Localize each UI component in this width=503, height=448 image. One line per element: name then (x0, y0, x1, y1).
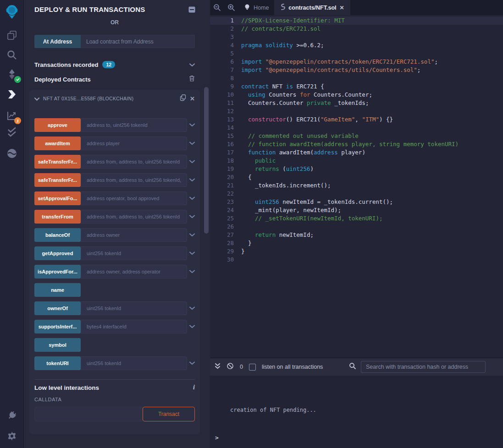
close-tab-icon[interactable]: ✕ (340, 5, 344, 11)
info-icon[interactable]: i (193, 384, 195, 391)
function-button-name[interactable]: name (34, 283, 81, 297)
function-args-input[interactable] (81, 210, 187, 224)
terminal-search-input[interactable] (361, 361, 486, 373)
deploy-run-icon[interactable] (6, 88, 18, 101)
contract-instance-header[interactable]: NFT AT 0X15E...E558F (BLOCKCHAIN) ✕ (34, 93, 195, 104)
settings-icon[interactable] (6, 430, 18, 443)
code-line-1[interactable]: 1//SPDX-License-Identifier: MIT (210, 16, 503, 25)
function-button-ownerof[interactable]: ownerOf (34, 301, 81, 315)
chevron-down-icon[interactable] (187, 361, 195, 365)
function-args-input[interactable] (81, 228, 187, 242)
code-line-18[interactable]: 18public (210, 157, 503, 165)
chevron-down-icon[interactable] (187, 270, 195, 273)
code-line-8[interactable]: 8 (210, 74, 503, 82)
tab-contracts-nft-sol[interactable]: contracts/NFT.sol✕ (275, 0, 350, 15)
code-line-9[interactable]: 9contract NFT is ERC721 { (210, 82, 503, 91)
chevron-down-icon[interactable] (187, 197, 195, 200)
code-line-29[interactable]: 29} (210, 247, 503, 256)
listen-transactions-checkbox[interactable] (249, 364, 256, 371)
code-line-30[interactable]: 30 (210, 256, 503, 264)
code-line-12[interactable]: 12 (210, 107, 503, 115)
code-line-2[interactable]: 2// contracts/ERC721.sol (210, 25, 503, 33)
code-line-26[interactable]: 26 (210, 223, 503, 231)
collapse-terminal-icon[interactable] (215, 363, 221, 371)
function-args-input[interactable] (81, 173, 187, 187)
at-address-button[interactable]: At Address (34, 35, 81, 48)
function-args-input[interactable] (81, 155, 187, 169)
code-line-22[interactable]: 22 (210, 190, 503, 198)
code-line-7[interactable]: 7import "@openzeppelin/contracts/utils/C… (210, 66, 503, 74)
function-button-safetransferfr[interactable]: safeTransferFr... (34, 173, 81, 187)
panel-scrollbar[interactable] (204, 87, 209, 234)
code-line-4[interactable]: 4pragma solidity >=0.6.2; (210, 41, 503, 49)
code-line-17[interactable]: 17function awardItem(address player) (210, 148, 503, 157)
chevron-down-icon[interactable] (34, 94, 39, 103)
search-icon[interactable] (6, 49, 18, 61)
code-line-25[interactable]: 25// _setTokenURI(newItemId, tokenURI); (210, 214, 503, 223)
code-line-20[interactable]: 20{ (210, 173, 503, 181)
transactions-recorded-row[interactable]: Transactions recorded 12 (34, 60, 195, 69)
chevron-down-icon[interactable] (189, 60, 195, 69)
code-line-11[interactable]: 11Counters.Counter private _tokenIds; (210, 99, 503, 107)
code-line-21[interactable]: 21_tokenIds.increment(); (210, 181, 503, 190)
code-line-16[interactable]: 16// function awardItem(address player, … (210, 140, 503, 148)
plugin-manager-icon[interactable] (6, 409, 18, 422)
calldata-input[interactable] (34, 407, 143, 421)
chevron-down-icon[interactable] (187, 160, 195, 164)
copy-icon[interactable] (180, 94, 186, 103)
code-line-28[interactable]: 28} (210, 239, 503, 247)
function-button-isapprovedfor[interactable]: isApprovedFor... (34, 265, 81, 279)
function-button-tokenuri[interactable]: tokenURI (34, 356, 81, 370)
zoom-in-icon[interactable] (224, 0, 238, 15)
code-line-5[interactable]: 5 (210, 49, 503, 58)
chevron-down-icon[interactable] (187, 251, 195, 255)
tab-home[interactable]: Home (238, 0, 275, 15)
code-line-13[interactable]: 13constructor() ERC721("GameItem", "ITM"… (210, 115, 503, 124)
function-args-input[interactable] (81, 191, 187, 205)
function-button-getapproved[interactable]: getApproved (34, 246, 81, 260)
function-button-awarditem[interactable]: awardItem (34, 137, 81, 150)
code-line-27[interactable]: 27return newItemId; (210, 231, 503, 239)
terminal-output[interactable]: creation of NFT pending... > (210, 376, 503, 448)
code-line-14[interactable]: 14 (210, 124, 503, 132)
close-icon[interactable]: ✕ (190, 95, 195, 102)
chevron-down-icon[interactable] (187, 233, 195, 237)
function-button-balanceof[interactable]: balanceOf (34, 228, 81, 242)
code-line-19[interactable]: 19returns (uint256) (210, 165, 503, 173)
code-line-10[interactable]: 10using Counters for Counters.Counter; (210, 91, 503, 99)
function-button-symbol[interactable]: symbol (34, 338, 81, 352)
at-address-input[interactable] (81, 35, 195, 48)
function-button-transferfrom[interactable]: transferFrom (34, 210, 81, 224)
function-args-input[interactable] (81, 301, 187, 315)
chevron-down-icon[interactable] (187, 306, 195, 310)
transact-button[interactable]: Transact (143, 407, 195, 421)
function-button-setapprovalfo[interactable]: setApprovalFo... (34, 191, 81, 205)
function-button-safetransferfr[interactable]: safeTransferFr... (34, 155, 81, 169)
code-line-6[interactable]: 6import "@openzeppelin/contracts/token/E… (210, 58, 503, 66)
code-line-23[interactable]: 23uint256 newItemId = _tokenIds.current(… (210, 198, 503, 206)
zoom-out-icon[interactable] (210, 0, 224, 15)
function-args-input[interactable] (81, 356, 187, 370)
chevron-down-icon[interactable] (187, 178, 195, 182)
code-line-15[interactable]: 15// commented out unused variable (210, 132, 503, 140)
code-editor[interactable]: 1//SPDX-License-Identifier: MIT2// contr… (210, 15, 503, 358)
function-args-input[interactable] (81, 320, 187, 333)
terminal-prompt[interactable]: > (215, 434, 219, 441)
solidity-compiler-icon[interactable] (6, 68, 18, 81)
chevron-down-icon[interactable] (187, 123, 195, 127)
file-explorer-icon[interactable] (6, 29, 18, 42)
debugger-icon[interactable] (6, 126, 18, 138)
function-args-input[interactable] (81, 118, 187, 132)
analysis-icon[interactable]: 1 (6, 109, 18, 122)
trash-icon[interactable] (189, 75, 195, 83)
code-line-3[interactable]: 3 (210, 33, 503, 41)
clear-console-icon[interactable] (227, 362, 234, 372)
sourcify-icon[interactable] (6, 147, 18, 160)
function-args-input[interactable] (81, 137, 187, 150)
code-line-24[interactable]: 24_mint(player, newItemId); (210, 206, 503, 214)
function-button-supportsinterf[interactable]: supportsInterf... (34, 320, 81, 333)
remix-logo-icon[interactable] (5, 4, 19, 19)
chevron-down-icon[interactable] (187, 215, 195, 219)
chevron-down-icon[interactable] (187, 142, 195, 145)
journal-icon[interactable] (188, 6, 195, 15)
